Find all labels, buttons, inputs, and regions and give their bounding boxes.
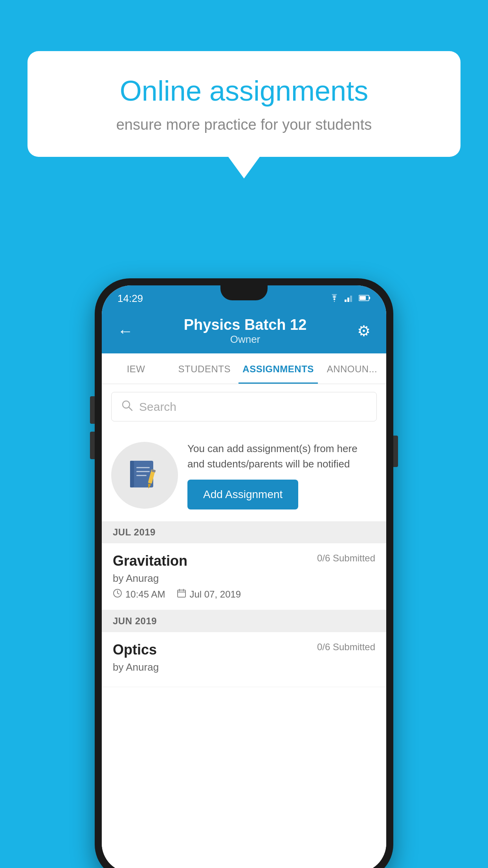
assignment-author-optics: by Anurag (113, 661, 375, 673)
speech-bubble-title: Online assignments (59, 75, 429, 107)
assignment-item-optics[interactable]: Optics 0/6 Submitted by Anurag (102, 632, 386, 687)
wifi-icon (329, 294, 340, 303)
search-bar[interactable]: Search (111, 392, 377, 421)
speech-bubble-arrow (228, 157, 260, 178)
assignment-submitted-gravitation: 0/6 Submitted (317, 553, 375, 564)
assignment-item-gravitation[interactable]: Gravitation 0/6 Submitted by Anurag 10:4… (102, 543, 386, 610)
meta-time-gravitation: 10:45 AM (113, 588, 165, 600)
assignment-meta-gravitation: 10:45 AM Jul 07, 2019 (113, 588, 375, 600)
tab-assignments[interactable]: ASSIGNMENTS (238, 353, 318, 384)
signal-icon (345, 294, 354, 303)
notch (220, 285, 268, 300)
svg-rect-4 (369, 297, 370, 299)
assignments-list: JUL 2019 Gravitation 0/6 Submitted by An… (102, 521, 386, 868)
promo-section: You can add assignment(s) from here and … (102, 429, 386, 521)
header-title: Physics Batch 12 (133, 316, 357, 333)
assignment-date-gravitation: Jul 07, 2019 (189, 589, 241, 600)
svg-rect-1 (347, 298, 349, 302)
tab-iew[interactable]: IEW (102, 353, 170, 384)
svg-rect-12 (136, 475, 147, 476)
assignment-submitted-optics: 0/6 Submitted (317, 642, 375, 653)
svg-rect-8 (133, 461, 153, 487)
assignment-name-optics: Optics (113, 642, 157, 658)
volume-up-button[interactable] (90, 396, 95, 424)
svg-rect-5 (360, 296, 366, 300)
notebook-icon (127, 458, 162, 493)
phone-screen: 14:29 (102, 285, 386, 868)
settings-button[interactable]: ⚙ (357, 322, 371, 340)
meta-date-gravitation: Jul 07, 2019 (177, 588, 241, 600)
tab-students[interactable]: STUDENTS (170, 353, 238, 384)
add-assignment-button[interactable]: Add Assignment (187, 480, 298, 509)
tabs-container: IEW STUDENTS ASSIGNMENTS ANNOUN... (102, 353, 386, 384)
app-header: ← Physics Batch 12 Owner ⚙ (102, 309, 386, 353)
svg-rect-17 (178, 590, 185, 597)
status-time: 14:29 (117, 292, 143, 305)
svg-rect-0 (345, 300, 347, 302)
calendar-icon-gravitation (177, 588, 186, 600)
volume-down-button[interactable] (90, 432, 95, 459)
header-title-container: Physics Batch 12 Owner (133, 316, 357, 346)
search-icon (121, 399, 133, 414)
section-month-jul: JUL 2019 (113, 527, 156, 537)
section-header-jul: JUL 2019 (102, 521, 386, 543)
battery-icon (359, 294, 371, 303)
svg-rect-9 (130, 461, 134, 487)
speech-bubble: Online assignments ensure more practice … (28, 51, 460, 157)
promo-description: You can add assignment(s) from here and … (187, 441, 377, 472)
power-button[interactable] (393, 436, 398, 467)
svg-line-7 (129, 407, 132, 410)
back-button[interactable]: ← (117, 322, 133, 340)
assignment-row-top-optics: Optics 0/6 Submitted (113, 642, 375, 658)
header-subtitle: Owner (133, 333, 357, 346)
search-placeholder: Search (139, 400, 176, 414)
tab-announcements[interactable]: ANNOUN... (318, 353, 386, 384)
section-header-jun: JUN 2019 (102, 610, 386, 632)
promo-icon-circle (111, 442, 178, 509)
status-icons (329, 294, 371, 303)
assignment-time-gravitation: 10:45 AM (125, 589, 165, 600)
section-month-jun: JUN 2019 (113, 616, 157, 626)
speech-bubble-container: Online assignments ensure more practice … (28, 51, 460, 178)
svg-rect-10 (136, 467, 150, 468)
clock-icon (113, 588, 122, 600)
assignment-row-top: Gravitation 0/6 Submitted (113, 553, 375, 569)
assignment-author-gravitation: by Anurag (113, 572, 375, 585)
svg-rect-11 (136, 471, 150, 472)
assignment-name-gravitation: Gravitation (113, 553, 187, 569)
promo-content: You can add assignment(s) from here and … (187, 441, 377, 509)
svg-rect-2 (350, 296, 352, 302)
phone-frame: 14:29 (95, 278, 393, 868)
search-container: Search (102, 384, 386, 429)
speech-bubble-subtitle: ensure more practice for your students (59, 116, 429, 133)
